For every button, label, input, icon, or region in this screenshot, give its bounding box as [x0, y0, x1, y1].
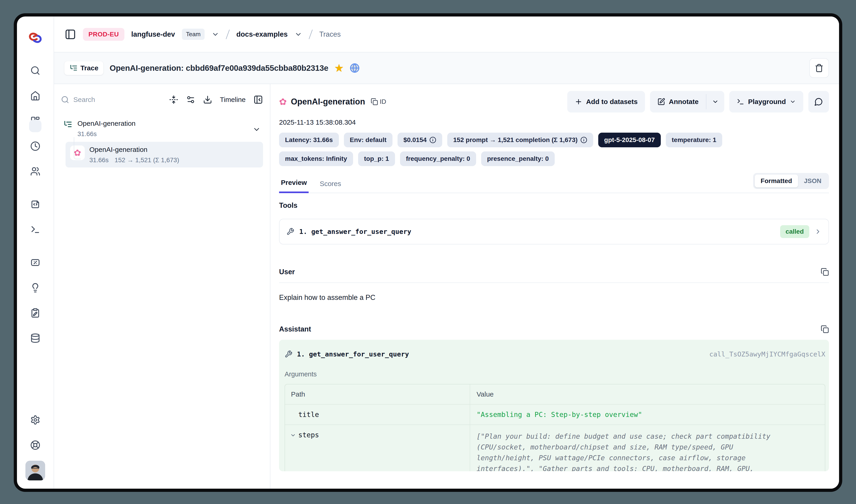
copy-id-button[interactable]: ID [371, 98, 386, 105]
breadcrumb-separator [226, 29, 230, 39]
tool-definition-row[interactable]: 1. get_answer_for_user_query called [279, 219, 829, 245]
tree-root-texts: OpenAI-generation 31.66s [77, 119, 136, 138]
rail-settings-icon[interactable] [30, 415, 40, 425]
user-avatar[interactable] [25, 461, 45, 481]
tree-search[interactable] [61, 95, 161, 104]
tree-connector-line [74, 137, 81, 159]
model-badge[interactable]: gpt-5-2025-08-07 [598, 133, 661, 147]
breadcrumb-org[interactable]: langfuse-dev [131, 30, 175, 38]
collapse-all-icon[interactable] [169, 95, 178, 104]
trace-tree-panel: Timeline OpenAI-generation 31.66s [54, 84, 270, 489]
trace-type-chip: Trace [64, 61, 104, 75]
max-tokens-badge: max_tokens: Infinity [279, 151, 353, 166]
annotate-dropdown-chevron-icon[interactable] [707, 91, 724, 112]
format-json-option[interactable]: JSON [798, 175, 827, 187]
app-window: PROD-EU langfuse-dev Team docs-examples … [14, 13, 842, 492]
observation-title: OpenAI-generation [291, 97, 365, 107]
rail-support-icon[interactable] [30, 440, 40, 450]
tool-called-badge: called [780, 225, 809, 238]
temperature-badge: temperature: 1 [666, 133, 723, 147]
tree-child-texts: OpenAI-generation 31.66s 152 → 1,521 (Σ … [89, 145, 179, 164]
trace-tree: OpenAI-generation 31.66s ✿ Ope [61, 119, 263, 167]
tree-search-input[interactable] [73, 95, 123, 104]
timeline-toggle[interactable]: Timeline [220, 96, 246, 104]
add-to-datasets-label: Add to datasets [586, 98, 638, 106]
tree-child-tokens: 152 → 1,521 (Σ 1,673) [114, 157, 179, 164]
rail-sessions-icon[interactable] [30, 141, 40, 151]
add-to-datasets-button[interactable]: Add to datasets [567, 91, 645, 112]
collapse-panel-icon[interactable] [253, 95, 263, 105]
view-settings-icon[interactable] [186, 95, 195, 104]
playground-button[interactable]: Playground [729, 91, 803, 112]
rail-home-icon[interactable] [30, 91, 40, 101]
info-icon [581, 137, 587, 143]
public-globe-icon[interactable] [350, 63, 360, 73]
wrench-icon [286, 228, 294, 235]
trace-tree-icon [63, 120, 72, 129]
tokens-badge[interactable]: 152 prompt → 1,521 completion (Σ 1,673) [447, 133, 593, 147]
copy-assistant-content-icon[interactable] [821, 325, 829, 333]
tree-child-label: OpenAI-generation [89, 145, 179, 154]
comments-button[interactable] [808, 91, 829, 112]
rail-experiments-icon[interactable] [30, 308, 40, 318]
topbar: PROD-EU langfuse-dev Team docs-examples … [54, 17, 839, 52]
badge-row-2: max_tokens: Infinity top_p: 1 frequency_… [279, 151, 829, 166]
table-row-steps-path[interactable]: steps [285, 425, 470, 471]
rail-search-icon[interactable] [30, 66, 40, 76]
tree-root-label: OpenAI-generation [77, 119, 136, 128]
format-formatted-option[interactable]: Formatted [755, 175, 798, 187]
trace-title-bar: Trace OpenAI-generation: cbbd69af7e00a93… [54, 52, 839, 84]
rail-users-icon[interactable] [30, 166, 40, 176]
main-column: PROD-EU langfuse-dev Team docs-examples … [54, 17, 839, 489]
annotate-label: Annotate [669, 98, 699, 106]
assistant-heading: Assistant [279, 325, 311, 333]
badge-row-1: Latency: 31.66s Env: default $0.0154 152… [279, 133, 829, 147]
observation-actions: Add to datasets Annotate [567, 91, 829, 112]
org-switcher-chevron-icon[interactable] [212, 31, 219, 38]
org-plan-badge: Team [182, 29, 205, 40]
annotate-split-button: Annotate [650, 91, 724, 112]
table-row-title-value: "Assembling a PC: Step-by-step overview" [470, 404, 825, 425]
breadcrumb-page[interactable]: Traces [319, 30, 341, 38]
content-row: Timeline OpenAI-generation 31.66s [54, 84, 839, 489]
tokens-value: 152 prompt → 1,521 completion (Σ 1,673) [453, 136, 577, 144]
trace-title: OpenAI-generation: cbbd69af7e00a939da55c… [109, 64, 328, 73]
info-icon [429, 137, 436, 143]
delete-trace-button[interactable] [809, 58, 829, 78]
rail-playground-icon[interactable] [30, 224, 40, 235]
wrench-icon [285, 350, 292, 358]
environment-badge[interactable]: PROD-EU [83, 28, 124, 41]
tab-preview[interactable]: Preview [279, 176, 309, 193]
tool-call-row: 1. get_answer_for_user_query call_TsOZ5a… [285, 350, 825, 358]
sidebar-toggle-icon[interactable] [65, 29, 76, 40]
user-heading: User [279, 268, 295, 276]
rail-datasets-icon[interactable] [30, 333, 40, 343]
tree-root-node[interactable]: OpenAI-generation 31.66s [61, 119, 263, 138]
chevron-down-icon[interactable] [290, 432, 296, 438]
generation-flower-icon: ✿ [279, 97, 287, 106]
download-icon[interactable] [203, 95, 212, 104]
presence-penalty-badge: presence_penalty: 0 [481, 151, 555, 166]
annotate-button[interactable]: Annotate [650, 91, 706, 112]
icon-rail [17, 17, 54, 489]
tool-call-id: call_TsOZ5awyMjIYCMfgaGqscelX [709, 350, 825, 358]
cost-badge[interactable]: $0.0154 [397, 133, 442, 147]
bookmark-star-icon[interactable]: ★ [334, 63, 344, 73]
user-section-header: User [279, 268, 829, 276]
column-header-path: Path [285, 384, 470, 404]
tab-scores[interactable]: Scores [318, 177, 343, 193]
copy-user-content-icon[interactable] [821, 268, 829, 276]
tree-child-node-selected[interactable]: ✿ OpenAI-generation 31.66s 152 → 1,521 (… [66, 142, 263, 167]
arguments-table: Path Value title "Assembling a PC: Step-… [285, 384, 825, 471]
tree-collapse-chevron-icon[interactable] [252, 125, 261, 133]
project-switcher-chevron-icon[interactable] [295, 31, 302, 38]
chevron-right-icon[interactable] [814, 228, 822, 235]
rail-annotation-icon[interactable] [30, 283, 40, 293]
breadcrumb-project[interactable]: docs-examples [236, 30, 288, 38]
observation-timestamp: 2025-11-13 15:38:08.304 [279, 119, 829, 126]
playground-label: Playground [748, 98, 786, 106]
rail-evaluation-icon[interactable] [30, 257, 40, 268]
rail-prompts-icon[interactable] [30, 199, 40, 210]
org-logo-knot-icon[interactable] [29, 31, 42, 44]
rail-traces-icon[interactable] [29, 120, 41, 132]
